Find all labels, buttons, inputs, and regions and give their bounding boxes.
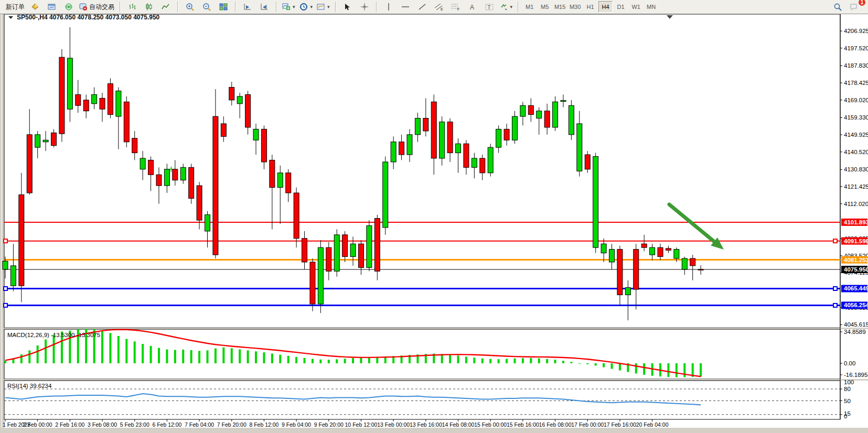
time-axis-label: 15 Feb 16:00 <box>507 421 539 428</box>
candle-body <box>35 135 40 147</box>
timeframe-M1[interactable]: M1 <box>522 1 537 13</box>
line-handle[interactable] <box>833 239 837 243</box>
macd-bar <box>498 359 500 363</box>
candle-body <box>261 129 266 162</box>
timeframe-D1[interactable]: D1 <box>614 1 628 13</box>
macd-bar <box>700 363 702 377</box>
timeframe-M30[interactable]: M30 <box>568 1 582 13</box>
cursor-icon[interactable] <box>339 1 356 13</box>
macd-bar <box>166 349 168 363</box>
candle-body <box>116 91 121 116</box>
candle-body <box>83 100 89 111</box>
macd-panel[interactable]: MACD(12,26,9) -13.5300 -13.307534.85890.… <box>4 329 867 379</box>
line-handle[interactable] <box>4 287 7 290</box>
macd-bar <box>595 363 597 366</box>
notifications-button[interactable]: 1 <box>846 1 863 13</box>
chevron-down-icon: ▾ <box>510 4 513 9</box>
macd-bar <box>489 359 491 363</box>
timeframe-M5[interactable]: M5 <box>538 1 552 13</box>
candle-body <box>229 88 234 100</box>
search-icon[interactable] <box>829 1 846 13</box>
timeframe-M15[interactable]: M15 <box>553 1 567 13</box>
main-price-panel[interactable] <box>4 14 840 328</box>
vertical-line-icon[interactable] <box>380 1 397 13</box>
line-handle[interactable] <box>833 304 837 307</box>
line-handle[interactable] <box>4 239 7 243</box>
candle-body <box>189 167 194 198</box>
text-label-icon[interactable]: T <box>481 1 498 13</box>
candle-body <box>650 247 655 255</box>
time-axis-label: 13 Feb 00:00 <box>377 421 410 428</box>
fibonacci-icon[interactable]: F <box>447 1 464 13</box>
macd-bar <box>676 363 678 377</box>
time-axis-label: 17 Feb 00:00 <box>571 421 604 428</box>
horizontal-line-icon[interactable] <box>397 1 414 13</box>
macd-bar <box>20 354 23 363</box>
timeframe-MN[interactable]: MN <box>644 1 658 13</box>
candle-body <box>561 101 566 102</box>
candle-body <box>447 122 453 153</box>
timeframe-H1[interactable]: H1 <box>583 1 597 13</box>
macd-bar <box>295 357 297 363</box>
chart-shift-icon[interactable] <box>256 1 273 13</box>
timeframe-H4[interactable]: H4 <box>598 1 613 13</box>
arrow-objects-icon[interactable]: ▾ <box>498 1 515 13</box>
zoom-in-icon[interactable] <box>181 1 198 13</box>
chart-window-icon[interactable] <box>44 1 60 13</box>
main-panel-border <box>4 14 840 328</box>
chart-canvas[interactable]: MACD(12,26,9) -13.5300 -13.307534.85890.… <box>0 0 868 433</box>
text-icon[interactable]: A <box>464 1 481 13</box>
new-order-button[interactable]: 新订单 <box>4 1 27 13</box>
macd-bar <box>215 349 217 363</box>
line-chart-icon[interactable] <box>157 1 174 13</box>
candle-body <box>658 247 663 256</box>
price-badge-label: 4081.253 <box>844 257 868 263</box>
price-axis-label: 4149.925 <box>844 132 868 138</box>
gold-diamond-icon[interactable] <box>27 1 44 13</box>
candle-body <box>59 57 65 134</box>
zoom-out-icon[interactable] <box>198 1 215 13</box>
macd-bar <box>522 358 524 363</box>
candle-body <box>423 118 428 131</box>
candle-body <box>310 262 315 304</box>
time-axis-label: 10 Feb 12:00 <box>345 421 378 428</box>
candle-body <box>294 193 299 239</box>
candlestick-chart-icon[interactable] <box>141 1 157 13</box>
crosshair-icon[interactable] <box>356 1 373 13</box>
macd-bar <box>4 361 6 363</box>
equidistant-channel-icon[interactable]: E <box>431 1 447 13</box>
rsi-axis-label: 80 <box>844 386 851 392</box>
toolbar-separator <box>276 2 277 12</box>
macd-bar <box>28 350 30 363</box>
candle-body <box>440 122 445 158</box>
auto-trading-button[interactable]: 自动交易 <box>77 1 116 13</box>
macd-bar <box>481 359 484 363</box>
time-axis-label: 2 Feb 16:00 <box>55 421 84 428</box>
rsi-panel[interactable]: RSI(14) 39.62341008050150 <box>4 379 854 419</box>
macd-bar <box>109 333 111 363</box>
line-handle[interactable] <box>833 287 837 290</box>
candle-body <box>19 194 24 286</box>
macd-bar <box>271 353 273 363</box>
candle-body <box>286 173 291 193</box>
bar-chart-icon[interactable] <box>124 1 141 13</box>
templates-icon[interactable]: ▾ <box>315 1 332 13</box>
trendline-icon[interactable] <box>414 1 431 13</box>
candle-body <box>43 140 48 142</box>
price-badge-label: 4091.598 <box>844 238 868 244</box>
periods-clock-icon[interactable]: ▾ <box>297 1 315 13</box>
line-handle[interactable] <box>4 304 7 307</box>
rsi-label: RSI(14) 39.6234 <box>7 383 52 389</box>
auto-scroll-icon[interactable] <box>239 1 256 13</box>
macd-label: MACD(12,26,9) -13.5300 -13.3075 <box>7 332 100 338</box>
timeframe-W1[interactable]: W1 <box>629 1 643 13</box>
candle-body <box>245 94 251 127</box>
macd-bar <box>239 349 241 363</box>
signal-icon[interactable] <box>60 1 77 13</box>
candle-body <box>173 169 178 180</box>
tile-windows-icon[interactable] <box>215 1 232 13</box>
price-badge-label: 4075.950 <box>844 266 868 273</box>
candle-body <box>237 96 242 104</box>
macd-bar <box>190 350 192 363</box>
new-indicator-icon[interactable]: ▾ <box>280 1 297 13</box>
